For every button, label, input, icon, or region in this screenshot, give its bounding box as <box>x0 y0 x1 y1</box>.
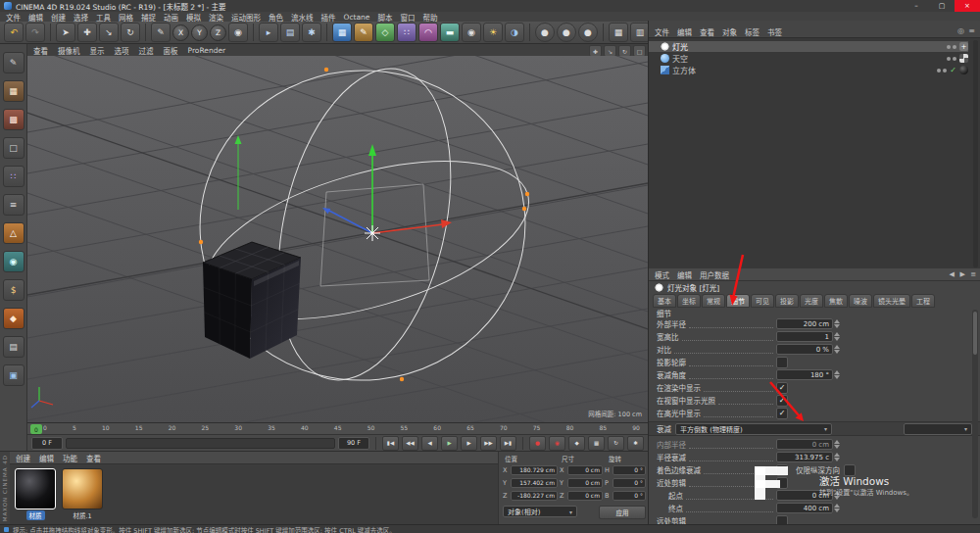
menubar-item[interactable]: Octane <box>344 13 370 22</box>
visibility-dots[interactable] <box>947 57 956 61</box>
tab-visibility[interactable]: 可见 <box>751 294 774 308</box>
polygons-mode-icon[interactable]: △ <box>3 222 24 244</box>
octane-icon[interactable]: ● <box>578 23 598 42</box>
om-menu-item[interactable]: 书签 <box>767 26 782 37</box>
go-to-end-button[interactable]: ▶▮ <box>500 436 516 451</box>
menubar-item[interactable]: 模拟 <box>186 12 201 23</box>
menubar-item[interactable]: 捕捉 <box>141 12 156 23</box>
menubar-item[interactable]: 运动图形 <box>231 12 261 23</box>
render-view-icon[interactable]: ▸ <box>259 23 278 42</box>
viewport-solo-icon[interactable]: $ <box>3 279 24 301</box>
falloff-dropdown[interactable]: 平方倒数 (物理精度)▾ <box>675 423 832 435</box>
stepper[interactable] <box>834 440 840 449</box>
material-tag-icon[interactable] <box>959 66 968 74</box>
om-menu-item[interactable]: 标签 <box>745 26 760 37</box>
material-item[interactable]: 材质 <box>14 468 57 520</box>
viewport-menu-item[interactable]: 显示 <box>90 45 105 56</box>
menubar-item[interactable]: 插件 <box>321 12 336 23</box>
viewport-menu-item[interactable]: 摄像机 <box>58 45 80 56</box>
preview-range-slider[interactable] <box>66 438 335 449</box>
viewport-menu-item[interactable]: 选项 <box>115 45 129 56</box>
tab-details[interactable]: 细节 <box>726 294 750 308</box>
show-in-specular-checkbox[interactable]: ✓ <box>776 408 788 419</box>
texture-mode-icon[interactable]: ▩ <box>3 109 24 130</box>
stepper[interactable] <box>834 345 840 354</box>
previous-frame-button[interactable]: ◀ <box>421 436 438 451</box>
menubar-item[interactable]: 选择 <box>74 12 88 23</box>
menubar-item[interactable]: 渲染 <box>209 12 223 23</box>
add-sky-button[interactable]: ◑ <box>505 23 524 42</box>
scale-tool-icon[interactable]: ↘ <box>99 23 119 42</box>
enable-axis-icon[interactable]: ◉ <box>3 251 24 272</box>
edges-mode-icon[interactable]: ≡ <box>3 194 24 216</box>
minimize-button[interactable]: – <box>904 0 929 12</box>
add-cube-button[interactable]: ▦ <box>332 23 352 42</box>
visibility-dots[interactable] <box>937 69 947 73</box>
tab-project[interactable]: 工程 <box>911 294 935 308</box>
viewport-canvas[interactable]: 网格间距: 100 cm <box>27 56 648 422</box>
falloff-secondary-dropdown[interactable]: ▾ <box>904 423 972 435</box>
tab-shadow[interactable]: 投影 <box>775 294 799 308</box>
rotation-p-field[interactable]: 0 ° <box>612 478 646 488</box>
key-position-toggle[interactable]: ◆ <box>568 436 585 451</box>
redo-icon[interactable]: ↷ <box>25 23 45 42</box>
material-menu-item[interactable]: 查看 <box>86 453 101 463</box>
go-to-start-button[interactable]: ▮◀ <box>382 436 399 451</box>
z-direction-only-checkbox[interactable] <box>844 464 856 476</box>
object-name[interactable]: 灯光 <box>672 41 688 52</box>
aspect-ratio-field[interactable]: 1 <box>776 331 833 342</box>
om-menu-item[interactable]: 查看 <box>700 26 714 37</box>
maximize-button[interactable]: ▢ <box>929 0 955 12</box>
tab-caustics[interactable]: 焦散 <box>824 294 848 308</box>
snap-icon[interactable]: ◆ <box>3 308 24 329</box>
colored-edge-falloff-checkbox[interactable] <box>776 464 788 476</box>
history-forward-icon[interactable]: ▶ <box>960 270 965 278</box>
add-spline-button[interactable]: ✎ <box>354 23 373 42</box>
material-menu-item[interactable]: 创建 <box>16 453 30 463</box>
record-keyframe-button[interactable]: ● <box>529 436 546 451</box>
tab-basic[interactable]: 基本 <box>653 294 676 308</box>
attribute-scrollbar[interactable] <box>972 310 978 518</box>
tab-noise[interactable]: 噪波 <box>849 294 872 308</box>
menubar-item[interactable]: 流水线 <box>291 12 314 23</box>
model-mode-icon[interactable]: ▦ <box>3 80 24 102</box>
object-name[interactable]: 立方体 <box>672 65 696 75</box>
menubar-item[interactable]: 创建 <box>51 12 66 23</box>
search-icon[interactable]: ◎ <box>957 26 964 35</box>
rotation-h-field[interactable]: 0 ° <box>612 465 646 475</box>
points-mode-icon[interactable]: ∷ <box>3 166 24 187</box>
tab-lens-flare[interactable]: 镜头光晕 <box>873 294 910 308</box>
display-wire-icon[interactable]: ▥ <box>630 23 650 42</box>
position-y-field[interactable]: 157.402 cm <box>511 478 558 488</box>
visibility-dots[interactable] <box>947 45 956 49</box>
material-menu-item[interactable]: 编辑 <box>39 453 54 463</box>
render-settings-icon[interactable]: ✱ <box>302 23 321 42</box>
timeline-ruler[interactable]: 0 5 10 15 20 25 30 35 40 45 50 55 60 65 … <box>27 422 648 434</box>
menubar-item[interactable]: 帮助 <box>422 12 437 23</box>
material-name[interactable]: 材质.1 <box>70 510 94 520</box>
menubar-item[interactable]: 动画 <box>164 12 178 23</box>
stepper[interactable] <box>834 332 840 341</box>
scrollbar-thumb[interactable] <box>973 312 977 355</box>
outer-radius-field[interactable]: 200 cm <box>776 318 833 329</box>
previous-key-button[interactable]: ◀◀ <box>402 436 418 451</box>
next-key-button[interactable]: ▶▶ <box>480 436 497 451</box>
quantize-icon[interactable]: ▣ <box>3 364 24 386</box>
add-light-button[interactable]: ☀ <box>483 23 503 42</box>
panel-menu-icon[interactable]: ≡ <box>970 270 976 278</box>
phong-check-icon[interactable]: ✓ <box>950 66 956 74</box>
material-thumbnail-black[interactable] <box>15 468 56 509</box>
stepper[interactable] <box>834 504 840 512</box>
octane-icon[interactable]: ● <box>557 23 576 42</box>
om-scrollbar[interactable] <box>973 40 978 267</box>
play-button[interactable]: ▶ <box>441 436 458 451</box>
coord-mode-dropdown[interactable]: 对象(相对)▾ <box>503 506 577 517</box>
current-frame-field[interactable]: 0 F <box>31 437 63 450</box>
close-button[interactable]: × <box>955 0 980 12</box>
undo-icon[interactable]: ↶ <box>4 23 24 42</box>
material-menu-item[interactable]: 功能 <box>63 453 77 463</box>
tab-photometric[interactable]: 光度 <box>800 294 823 308</box>
viewport-menu-item[interactable]: 查看 <box>33 45 48 56</box>
tab-general[interactable]: 常规 <box>702 294 725 308</box>
lock-y-button[interactable]: Y <box>191 24 208 41</box>
